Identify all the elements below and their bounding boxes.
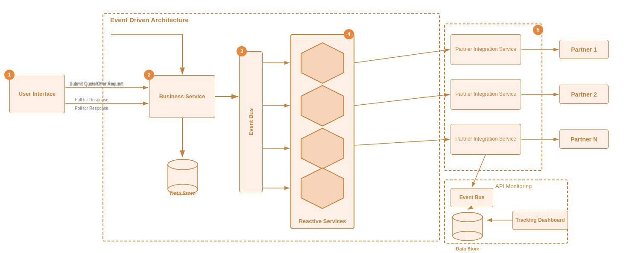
partner-integration-2-box: Partner Integration Service	[451, 79, 521, 110]
event-driven-box	[102, 13, 440, 241]
svg-point-10	[453, 231, 483, 241]
data-store-bottom-box: Data Store	[451, 209, 485, 244]
architecture-diagram: Event Driven Architecture API Monitoring…	[0, 0, 644, 253]
svg-marker-2	[301, 128, 344, 169]
event-driven-label: Event Driven Architecture	[110, 16, 189, 24]
partner-n-box: Partner N	[559, 129, 609, 149]
event-bus-box: Event Bus	[239, 51, 263, 192]
svg-point-7	[168, 159, 198, 170]
data-store-box: Data Store	[166, 158, 200, 197]
badge-5: 5	[533, 25, 543, 35]
svg-marker-0	[301, 43, 344, 83]
badge-2: 2	[144, 70, 154, 80]
partner-2-box: Partner 2	[559, 85, 609, 104]
poll-label: Poll for Response	[75, 106, 108, 111]
partner-integration-1-box: Partner Integration Service	[451, 34, 521, 65]
partner-1-box: Partner 1	[559, 40, 609, 59]
business-service-box: Business Service	[149, 75, 215, 118]
submit-label: Submit Quote/Offer Request	[70, 82, 123, 87]
svg-marker-1	[301, 85, 344, 126]
partner-integration-3-box: Partner Integration Service	[451, 124, 521, 155]
badge-3: 3	[237, 46, 247, 56]
hex-2	[297, 83, 348, 130]
svg-point-11	[453, 212, 483, 222]
event-bus-bottom-box: Event Bus	[451, 188, 493, 207]
hex-1	[297, 41, 348, 87]
badge-4: 4	[344, 29, 354, 39]
hex-4	[297, 166, 348, 212]
user-interface-box: User Interface	[9, 75, 65, 113]
tracking-dashboard-box: Tracking Dashboard	[512, 211, 568, 230]
api-monitoring-label: API Monitoring	[495, 183, 532, 189]
badge-1: 1	[4, 70, 15, 80]
svg-marker-3	[301, 168, 344, 209]
